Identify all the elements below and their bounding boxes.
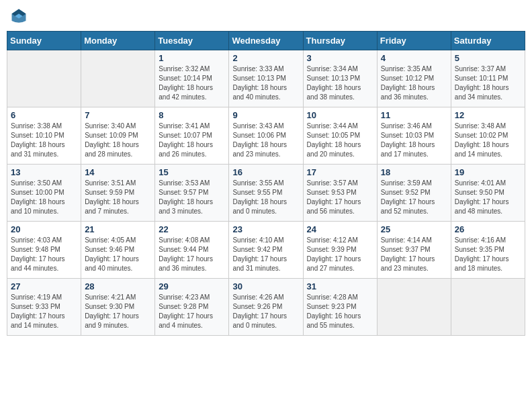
- calendar-cell: 11Sunrise: 3:46 AM Sunset: 10:03 PM Dayl…: [377, 107, 451, 165]
- day-number: 25: [381, 224, 447, 234]
- day-number: 17: [307, 167, 373, 177]
- calendar-cell: [81, 50, 155, 107]
- calendar-cell: 24Sunrise: 4:12 AM Sunset: 9:39 PM Dayli…: [303, 222, 377, 279]
- day-number: 7: [85, 110, 151, 120]
- calendar-cell: [377, 279, 451, 336]
- day-info: Sunrise: 3:59 AM Sunset: 9:52 PM Dayligh…: [381, 179, 447, 216]
- day-info: Sunrise: 3:41 AM Sunset: 10:07 PM Daylig…: [159, 122, 225, 159]
- calendar-week-row: 20Sunrise: 4:03 AM Sunset: 9:48 PM Dayli…: [7, 222, 525, 279]
- day-number: 10: [307, 110, 373, 120]
- calendar-cell: 15Sunrise: 3:53 AM Sunset: 9:57 PM Dayli…: [155, 165, 229, 222]
- calendar-cell: 2Sunrise: 3:33 AM Sunset: 10:13 PM Dayli…: [229, 50, 303, 107]
- day-info: Sunrise: 3:55 AM Sunset: 9:55 PM Dayligh…: [232, 179, 299, 216]
- weekday-header-tuesday: Tuesday: [155, 32, 229, 50]
- day-info: Sunrise: 4:12 AM Sunset: 9:39 PM Dayligh…: [307, 236, 373, 273]
- weekday-header-wednesday: Wednesday: [229, 32, 303, 50]
- day-info: Sunrise: 3:53 AM Sunset: 9:57 PM Dayligh…: [159, 179, 225, 216]
- day-info: Sunrise: 3:32 AM Sunset: 10:14 PM Daylig…: [159, 64, 225, 102]
- calendar-cell: 13Sunrise: 3:50 AM Sunset: 10:00 PM Dayl…: [7, 165, 81, 222]
- calendar-cell: 20Sunrise: 4:03 AM Sunset: 9:48 PM Dayli…: [7, 222, 81, 279]
- day-info: Sunrise: 4:08 AM Sunset: 9:44 PM Dayligh…: [159, 236, 225, 273]
- calendar-table: SundayMondayTuesdayWednesdayThursdayFrid…: [7, 31, 525, 336]
- day-info: Sunrise: 3:38 AM Sunset: 10:10 PM Daylig…: [11, 122, 77, 159]
- calendar-cell: 9Sunrise: 3:43 AM Sunset: 10:06 PM Dayli…: [229, 107, 303, 165]
- day-info: Sunrise: 3:40 AM Sunset: 10:09 PM Daylig…: [85, 122, 151, 159]
- calendar-cell: 8Sunrise: 3:41 AM Sunset: 10:07 PM Dayli…: [155, 107, 229, 165]
- day-info: Sunrise: 3:43 AM Sunset: 10:06 PM Daylig…: [232, 122, 299, 159]
- day-info: Sunrise: 4:21 AM Sunset: 9:30 PM Dayligh…: [85, 293, 151, 330]
- day-info: Sunrise: 3:34 AM Sunset: 10:13 PM Daylig…: [307, 64, 373, 102]
- day-info: Sunrise: 4:10 AM Sunset: 9:42 PM Dayligh…: [232, 236, 299, 273]
- day-number: 21: [85, 224, 151, 234]
- calendar-cell: 27Sunrise: 4:19 AM Sunset: 9:33 PM Dayli…: [7, 279, 81, 336]
- calendar-cell: 17Sunrise: 3:57 AM Sunset: 9:53 PM Dayli…: [303, 165, 377, 222]
- calendar-cell: 28Sunrise: 4:21 AM Sunset: 9:30 PM Dayli…: [81, 279, 155, 336]
- day-number: 28: [85, 281, 151, 291]
- calendar-cell: 10Sunrise: 3:44 AM Sunset: 10:05 PM Dayl…: [303, 107, 377, 165]
- day-number: 20: [11, 224, 77, 234]
- day-number: 29: [159, 281, 225, 291]
- day-info: Sunrise: 4:26 AM Sunset: 9:26 PM Dayligh…: [232, 293, 299, 330]
- day-number: 19: [455, 167, 521, 177]
- calendar-cell: 3Sunrise: 3:34 AM Sunset: 10:13 PM Dayli…: [303, 50, 377, 107]
- day-info: Sunrise: 3:50 AM Sunset: 10:00 PM Daylig…: [11, 179, 77, 216]
- day-info: Sunrise: 3:37 AM Sunset: 10:11 PM Daylig…: [455, 64, 521, 102]
- day-number: 31: [307, 281, 373, 291]
- logo-icon: [9, 7, 28, 26]
- calendar-header-row: SundayMondayTuesdayWednesdayThursdayFrid…: [7, 32, 525, 50]
- calendar-cell: 4Sunrise: 3:35 AM Sunset: 10:12 PM Dayli…: [377, 50, 451, 107]
- day-info: Sunrise: 4:19 AM Sunset: 9:33 PM Dayligh…: [11, 293, 77, 330]
- calendar-cell: 22Sunrise: 4:08 AM Sunset: 9:44 PM Dayli…: [155, 222, 229, 279]
- day-number: 16: [232, 167, 299, 177]
- day-info: Sunrise: 3:46 AM Sunset: 10:03 PM Daylig…: [381, 122, 447, 159]
- calendar-cell: 26Sunrise: 4:16 AM Sunset: 9:35 PM Dayli…: [451, 222, 525, 279]
- calendar-week-row: 6Sunrise: 3:38 AM Sunset: 10:10 PM Dayli…: [7, 107, 525, 165]
- calendar-cell: 1Sunrise: 3:32 AM Sunset: 10:14 PM Dayli…: [155, 50, 229, 107]
- day-info: Sunrise: 4:05 AM Sunset: 9:46 PM Dayligh…: [85, 236, 151, 273]
- day-number: 11: [381, 110, 447, 120]
- weekday-header-monday: Monday: [81, 32, 155, 50]
- day-number: 18: [381, 167, 447, 177]
- day-info: Sunrise: 3:33 AM Sunset: 10:13 PM Daylig…: [232, 64, 299, 102]
- calendar-week-row: 27Sunrise: 4:19 AM Sunset: 9:33 PM Dayli…: [7, 279, 525, 336]
- day-info: Sunrise: 4:03 AM Sunset: 9:48 PM Dayligh…: [11, 236, 77, 273]
- day-number: 15: [159, 167, 225, 177]
- day-number: 30: [232, 281, 299, 291]
- day-number: 23: [232, 224, 299, 234]
- calendar-cell: 19Sunrise: 4:01 AM Sunset: 9:50 PM Dayli…: [451, 165, 525, 222]
- calendar-cell: 30Sunrise: 4:26 AM Sunset: 9:26 PM Dayli…: [229, 279, 303, 336]
- day-number: 26: [455, 224, 521, 234]
- day-info: Sunrise: 4:16 AM Sunset: 9:35 PM Dayligh…: [455, 236, 521, 273]
- calendar-cell: 14Sunrise: 3:51 AM Sunset: 9:59 PM Dayli…: [81, 165, 155, 222]
- day-info: Sunrise: 3:51 AM Sunset: 9:59 PM Dayligh…: [85, 179, 151, 216]
- logo: [9, 7, 31, 26]
- calendar-week-row: 13Sunrise: 3:50 AM Sunset: 10:00 PM Dayl…: [7, 165, 525, 222]
- day-info: Sunrise: 4:14 AM Sunset: 9:37 PM Dayligh…: [381, 236, 447, 273]
- weekday-header-saturday: Saturday: [451, 32, 525, 50]
- day-number: 13: [11, 167, 77, 177]
- day-number: 14: [85, 167, 151, 177]
- calendar-cell: 31Sunrise: 4:28 AM Sunset: 9:23 PM Dayli…: [303, 279, 377, 336]
- day-number: 12: [455, 110, 521, 120]
- day-info: Sunrise: 3:57 AM Sunset: 9:53 PM Dayligh…: [307, 179, 373, 216]
- calendar-cell: [7, 50, 81, 107]
- day-number: 8: [159, 110, 225, 120]
- day-info: Sunrise: 4:23 AM Sunset: 9:28 PM Dayligh…: [159, 293, 225, 330]
- day-info: Sunrise: 3:48 AM Sunset: 10:02 PM Daylig…: [455, 122, 521, 159]
- weekday-header-sunday: Sunday: [7, 32, 81, 50]
- day-number: 5: [455, 53, 521, 63]
- day-info: Sunrise: 3:44 AM Sunset: 10:05 PM Daylig…: [307, 122, 373, 159]
- calendar-week-row: 1Sunrise: 3:32 AM Sunset: 10:14 PM Dayli…: [7, 50, 525, 107]
- day-number: 2: [232, 53, 299, 63]
- calendar-cell: 23Sunrise: 4:10 AM Sunset: 9:42 PM Dayli…: [229, 222, 303, 279]
- page-header: [7, 7, 525, 26]
- day-info: Sunrise: 4:28 AM Sunset: 9:23 PM Dayligh…: [307, 293, 373, 330]
- calendar-cell: 21Sunrise: 4:05 AM Sunset: 9:46 PM Dayli…: [81, 222, 155, 279]
- day-info: Sunrise: 4:01 AM Sunset: 9:50 PM Dayligh…: [455, 179, 521, 216]
- calendar-cell: 25Sunrise: 4:14 AM Sunset: 9:37 PM Dayli…: [377, 222, 451, 279]
- calendar-cell: 16Sunrise: 3:55 AM Sunset: 9:55 PM Dayli…: [229, 165, 303, 222]
- day-number: 1: [159, 53, 225, 63]
- day-number: 6: [11, 110, 77, 120]
- calendar-cell: [451, 279, 525, 336]
- day-number: 3: [307, 53, 373, 63]
